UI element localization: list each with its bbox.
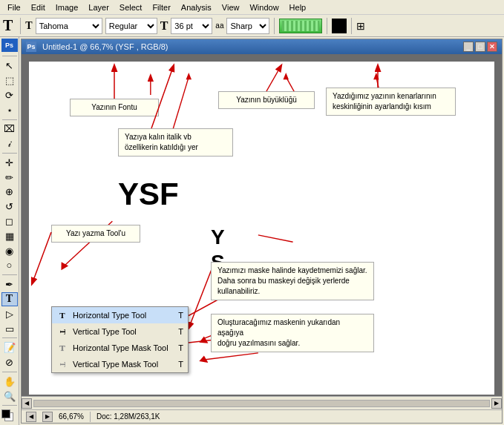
clone-tool[interactable]: ⊕: [1, 185, 18, 200]
font-family-select[interactable]: Tahoma: [36, 18, 102, 34]
scroll-right-btn[interactable]: ▶: [491, 398, 502, 409]
notes-tool[interactable]: 📝: [1, 340, 18, 355]
path-selection[interactable]: ▷: [1, 307, 18, 321]
zoom-tool[interactable]: 🔍: [1, 389, 18, 403]
crop-tool[interactable]: ⌧: [1, 122, 18, 136]
healing-tool[interactable]: ✛: [1, 156, 18, 170]
eyedropper2-tool[interactable]: ⊘: [1, 355, 18, 369]
scroll-track[interactable]: [33, 400, 490, 407]
annotation-font: Yazının Fontu: [70, 99, 159, 116]
nav-left-btn[interactable]: ◀: [26, 412, 36, 422]
type-tool-icon[interactable]: T: [3, 17, 13, 34]
svg-marker-10: [199, 336, 208, 343]
eraser-tool[interactable]: ◻: [1, 214, 18, 228]
svg-line-11: [203, 353, 258, 360]
menu-image[interactable]: Image: [51, 1, 83, 13]
svg-line-18: [151, 65, 174, 128]
popup-v-type-shortcut: T: [178, 327, 183, 336]
doc-title: Untitled-1 @ 66,7% (YSF , RGB/8): [42, 42, 168, 51]
menu-filter[interactable]: Filter: [148, 1, 174, 13]
toolbar-t-small-icon: T: [25, 20, 32, 32]
annotation-vmask: Oluşturacağımız maskenin yukarıdan aşağı…: [211, 314, 374, 352]
color-swatch[interactable]: [332, 19, 347, 33]
tool-sep-1: [2, 56, 17, 56]
svg-line-13: [258, 235, 293, 242]
gradient-tool[interactable]: ▦: [1, 229, 18, 243]
type-tool-active[interactable]: T: [1, 292, 18, 306]
popup-vertical-type[interactable]: T Vertical Type Tool T: [52, 323, 188, 340]
doc-close-btn[interactable]: ✕: [487, 42, 497, 52]
canvas: YSF YSF Yazının Fontu Yazıya kalın itali…: [29, 62, 494, 395]
magic-wand-tool[interactable]: ⋆: [1, 103, 18, 117]
channels-visual: [282, 21, 319, 31]
scroll-left-btn[interactable]: ◀: [22, 398, 32, 409]
history-brush[interactable]: ↺: [1, 200, 18, 214]
popup-v-type-label: Vertical Type Tool: [73, 327, 137, 336]
options-icon[interactable]: ⊞: [356, 20, 365, 32]
popup-h-mask-icon: T: [56, 342, 68, 354]
font-style-select[interactable]: Regular: [105, 18, 157, 34]
svg-marker-2: [186, 73, 192, 79]
blur-tool[interactable]: ◉: [1, 244, 18, 258]
doc-minimize-btn[interactable]: _: [463, 42, 474, 52]
style-label-text: Yazıya kalın italik vbözellikerin katıld…: [125, 133, 198, 151]
tool-sep-7: [2, 405, 17, 406]
main-area: Ps ↖ ⬚ ⟳ ⋆ ⌧ 𝒾 ✛ ✏ ⊕ ↺ ◻ ▦ ◉ ○ ✒ T ▷ ▭ 📝…: [0, 37, 504, 425]
annotation-tool: Yazı yazma Tool'u: [51, 225, 140, 243]
popup-v-mask-type[interactable]: T Vertical Type Mask Tool T: [52, 356, 188, 372]
document-window: Ps Untitled-1 @ 66,7% (YSF , RGB/8) _ □ …: [21, 39, 503, 424]
canvas-area: YSF YSF Yazının Fontu Yazıya kalın itali…: [22, 54, 502, 409]
pen-tool[interactable]: ✒: [1, 277, 18, 291]
popup-horizontal-type[interactable]: T Horizontal Type Tool T: [52, 307, 188, 323]
doc-titlebar: Ps Untitled-1 @ 66,7% (YSF , RGB/8) _ □ …: [22, 39, 502, 54]
marquee-tool[interactable]: ⬚: [1, 73, 18, 88]
menu-view[interactable]: View: [217, 1, 244, 13]
antialiasing-select[interactable]: Sharp: [226, 18, 269, 34]
toolbar-separator-4: [351, 18, 352, 34]
popup-v-type-icon: T: [56, 326, 68, 337]
font-size-T-icon: T: [160, 19, 168, 33]
tool-sep-4: [2, 274, 17, 275]
tool-sep-2: [2, 119, 17, 120]
menu-help[interactable]: Help: [285, 1, 311, 13]
annotation-style: Yazıya kalın italik vbözellikerin katıld…: [118, 128, 233, 157]
aa-label: aa: [215, 22, 223, 30]
font-size-select[interactable]: 36 pt: [171, 18, 212, 34]
svg-marker-6: [373, 73, 379, 79]
menu-select[interactable]: Select: [115, 1, 147, 13]
popup-h-mask-shortcut: T: [178, 343, 183, 352]
toolbar: T T Tahoma Regular T 36 pt aa Sharp ⊞: [0, 15, 504, 37]
sharpness-text: Yazdığımız yazının kenarlarınınkeskinliğ…: [333, 92, 436, 111]
status-sep: [90, 412, 91, 422]
annotation-size: Yazının büyüklüğü: [218, 91, 315, 109]
doc-maximize-btn[interactable]: □: [475, 42, 485, 52]
popup-h-mask-type[interactable]: T Horizontal Type Mask Tool T: [52, 340, 188, 356]
popup-v-mask-label: Vertical Type Mask Tool: [73, 360, 158, 369]
lasso-tool[interactable]: ⟳: [1, 88, 18, 102]
menu-file[interactable]: File: [3, 1, 25, 13]
zoom-level: 66,67%: [59, 412, 84, 421]
shape-tool[interactable]: ▭: [1, 322, 18, 336]
nav-right-btn[interactable]: ▶: [42, 412, 53, 422]
channels-button[interactable]: [279, 19, 322, 33]
tool-sep-6: [2, 372, 17, 372]
menu-layer[interactable]: Layer: [84, 1, 114, 13]
tool-popup: T Horizontal Type Tool T T Vertical Type…: [51, 306, 189, 373]
menu-analysis[interactable]: Analysis: [177, 1, 216, 13]
menu-edit[interactable]: Edit: [27, 1, 50, 13]
horizontal-scrollbar[interactable]: ◀ ▶: [22, 396, 502, 409]
brush-tool[interactable]: ✏: [1, 171, 18, 185]
doc-info: Doc: 1,28M/263,1K: [96, 412, 160, 421]
dodge-tool[interactable]: ○: [1, 259, 18, 273]
move-tool[interactable]: ↖: [1, 59, 18, 73]
popup-h-type-label: Horizontal Type Tool: [73, 311, 146, 320]
toolbar-separator-1: [20, 18, 21, 34]
eyedropper-tool[interactable]: 𝒾: [1, 136, 18, 151]
color-swatches[interactable]: [1, 409, 18, 422]
doc-window-controls: _ □ ✕: [463, 42, 497, 52]
popup-h-mask-label: Horizontal Type Mask Tool: [73, 343, 168, 352]
svg-line-1: [171, 77, 189, 135]
hand-tool[interactable]: ✋: [1, 375, 18, 389]
menu-window[interactable]: Window: [245, 1, 283, 13]
toolbox: Ps ↖ ⬚ ⟳ ⋆ ⌧ 𝒾 ✛ ✏ ⊕ ↺ ◻ ▦ ◉ ○ ✒ T ▷ ▭ 📝…: [0, 37, 19, 425]
